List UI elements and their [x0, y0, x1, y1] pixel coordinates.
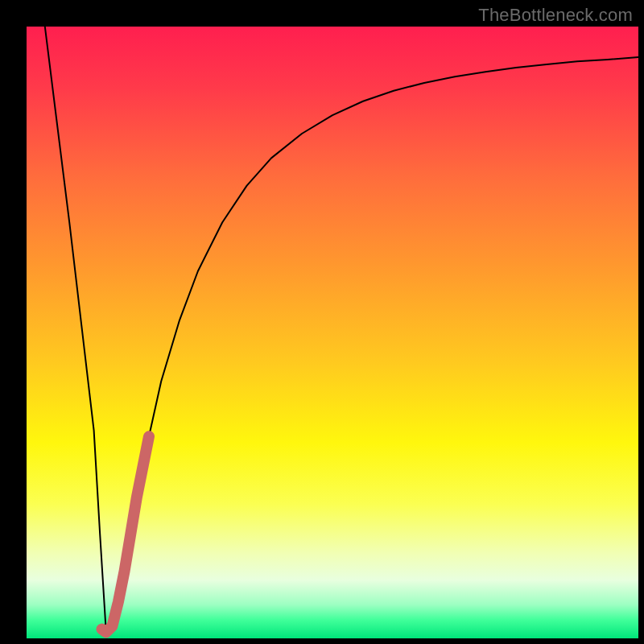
- plot-background: [27, 27, 638, 638]
- watermark-text: TheBottleneck.com: [478, 5, 633, 26]
- chart-frame: TheBottleneck.com: [0, 0, 644, 644]
- bottleneck-plot: [27, 27, 638, 638]
